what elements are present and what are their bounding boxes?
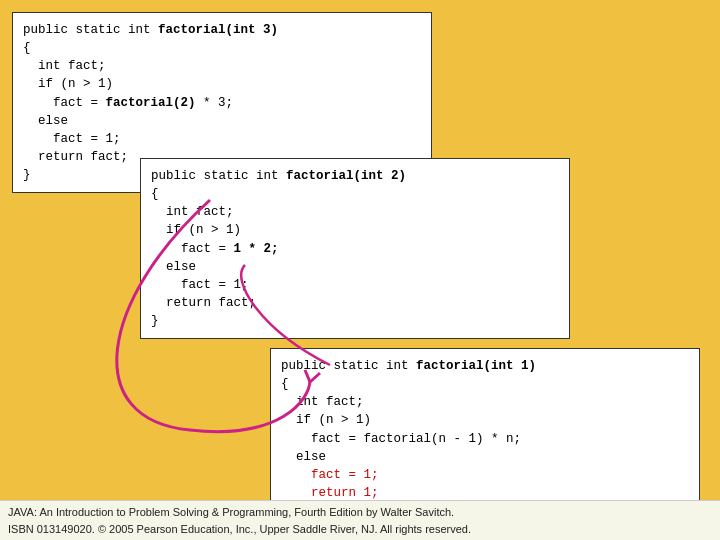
line: else	[281, 450, 326, 464]
line: fact = 1;	[281, 468, 379, 482]
code-content-3: public static int factorial(int 1) { int…	[281, 357, 689, 502]
line: if (n > 1)	[23, 77, 113, 91]
line: int fact;	[151, 205, 234, 219]
line: {	[151, 187, 159, 201]
line: fact = 1;	[151, 278, 249, 292]
footer: JAVA: An Introduction to Problem Solving…	[0, 500, 720, 540]
line: if (n > 1)	[281, 413, 371, 427]
line: return 1;	[281, 486, 379, 500]
line: if (n > 1)	[151, 223, 241, 237]
line: else	[151, 260, 196, 274]
line: public static int factorial(int 2)	[151, 169, 406, 183]
line: public static int factorial(int 3)	[23, 23, 278, 37]
line: return fact;	[23, 150, 128, 164]
line: return fact;	[151, 296, 256, 310]
code-box-3: public static int factorial(int 1) { int…	[270, 348, 700, 511]
line: public static int factorial(int 1)	[281, 359, 536, 373]
line: int fact;	[281, 395, 364, 409]
line: fact = 1;	[23, 132, 121, 146]
line: }	[23, 168, 31, 182]
line: int fact;	[23, 59, 106, 73]
code-content-2: public static int factorial(int 2) { int…	[151, 167, 559, 330]
line: }	[151, 314, 159, 328]
footer-line2: ISBN 013149020. © 2005 Pearson Education…	[8, 521, 712, 538]
code-box-2: public static int factorial(int 2) { int…	[140, 158, 570, 339]
footer-line1: JAVA: An Introduction to Problem Solving…	[8, 504, 712, 521]
line: {	[281, 377, 289, 391]
line: fact = 1 * 2;	[151, 242, 279, 256]
line: {	[23, 41, 31, 55]
line: fact = factorial(n - 1) * n;	[281, 432, 521, 446]
line: fact = factorial(2) * 3;	[23, 96, 233, 110]
line: else	[23, 114, 68, 128]
